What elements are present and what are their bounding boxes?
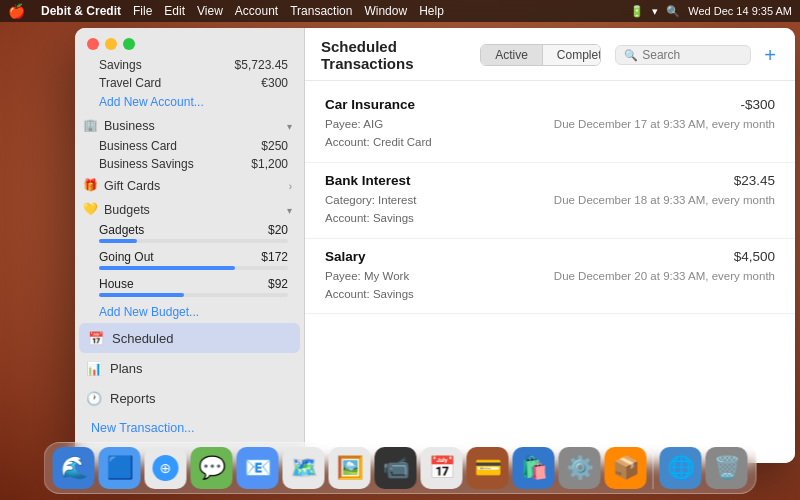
transaction-payee: Payee: AIG — [325, 115, 432, 133]
battery-icon: 🔋 — [630, 5, 644, 18]
transaction-account: Account: Savings — [325, 285, 414, 303]
transaction-due: Due December 17 at 9:33 AM, every month — [554, 118, 775, 130]
new-transaction-link[interactable]: New Transaction... — [91, 421, 195, 435]
dock-system-prefs[interactable]: ⚙️ — [559, 447, 601, 489]
menu-window[interactable]: Window — [364, 4, 407, 18]
account-name: Business Card — [99, 139, 261, 153]
dock-messages[interactable]: 💬 — [191, 447, 233, 489]
gift-cards-group-header[interactable]: 🎁 Gift Cards › — [75, 173, 304, 197]
budget-name: House — [99, 277, 134, 291]
business-group-header[interactable]: 🏢 Business ▾ — [75, 113, 304, 137]
tab-group: Active Completed — [480, 44, 601, 66]
transactions-list: Car Insurance -$300 Payee: AIG Account: … — [305, 81, 795, 463]
transaction-account: Account: Credit Card — [325, 133, 432, 151]
nav-label: Scheduled — [112, 331, 173, 346]
transaction-amount: $4,500 — [734, 249, 775, 264]
transaction-name: Bank Interest — [325, 173, 411, 188]
datetime-display: Wed Dec 14 9:35 AM — [688, 5, 792, 17]
budget-bar-fill — [99, 239, 137, 243]
account-name: Travel Card — [99, 76, 261, 90]
table-row[interactable]: Salary $4,500 Payee: My Work Account: Sa… — [305, 239, 795, 315]
list-item[interactable]: Travel Card €300 — [75, 74, 304, 92]
transaction-name: Salary — [325, 249, 366, 264]
tab-active[interactable]: Active — [481, 45, 543, 65]
transaction-payee: Category: Interest — [325, 191, 416, 209]
sidebar: Savings $5,723.45 Travel Card €300 Add N… — [75, 28, 305, 463]
budget-name: Going Out — [99, 250, 154, 264]
budget-gadgets[interactable]: Gadgets $20 — [75, 221, 304, 248]
transaction-name: Car Insurance — [325, 97, 415, 112]
chevron-right-icon: › — [289, 181, 292, 192]
search-box: 🔍 — [615, 45, 751, 65]
dock-app-store[interactable]: 🛍️ — [513, 447, 555, 489]
reports-icon: 🕐 — [85, 389, 103, 407]
dock-facetime[interactable]: 📹 — [375, 447, 417, 489]
budget-bar-bg — [99, 293, 288, 297]
dock-photos[interactable]: 🖼️ — [329, 447, 371, 489]
dock-calendar[interactable]: 📅 — [421, 447, 463, 489]
budgets-group-header[interactable]: 💛 Budgets ▾ — [75, 197, 304, 221]
menu-edit[interactable]: Edit — [164, 4, 185, 18]
menu-account[interactable]: Account — [235, 4, 278, 18]
nav-label: Plans — [110, 361, 143, 376]
transaction-amount: -$300 — [740, 97, 775, 112]
main-header: Scheduled Transactions Active Completed … — [305, 28, 795, 81]
transaction-due: Due December 18 at 9:33 AM, every month — [554, 194, 775, 206]
transaction-amount: $23.45 — [734, 173, 775, 188]
add-account-link[interactable]: Add New Account... — [75, 92, 304, 113]
budget-house[interactable]: House $92 — [75, 275, 304, 302]
dock-maps[interactable]: 🗺️ — [283, 447, 325, 489]
search-input[interactable] — [642, 48, 742, 62]
transaction-account: Account: Savings — [325, 209, 416, 227]
app-menu-name[interactable]: Debit & Credit — [41, 4, 121, 18]
minimize-button[interactable] — [105, 38, 117, 50]
search-menubar-icon[interactable]: 🔍 — [666, 5, 680, 18]
list-item[interactable]: Savings $5,723.45 — [75, 56, 304, 74]
menu-view[interactable]: View — [197, 4, 223, 18]
apple-menu[interactable]: 🍎 — [8, 3, 25, 19]
nav-label: Reports — [110, 391, 156, 406]
budget-amount: $172 — [261, 250, 288, 264]
table-row[interactable]: Car Insurance -$300 Payee: AIG Account: … — [305, 87, 795, 163]
maximize-button[interactable] — [123, 38, 135, 50]
dock-debit-credit[interactable]: 💳 — [467, 447, 509, 489]
budget-name: Gadgets — [99, 223, 144, 237]
menu-transaction[interactable]: Transaction — [290, 4, 352, 18]
business-label: Business — [104, 119, 155, 133]
gift-cards-icon: 🎁 — [83, 178, 99, 194]
chevron-down-icon: ▾ — [287, 121, 292, 132]
search-icon: 🔍 — [624, 49, 638, 62]
dock-mail[interactable]: 📧 — [237, 447, 279, 489]
sidebar-item-plans[interactable]: 📊 Plans — [75, 353, 304, 383]
menu-help[interactable]: Help — [419, 4, 444, 18]
budget-bar-bg — [99, 239, 288, 243]
page-title: Scheduled Transactions — [321, 38, 460, 72]
business-icon: 🏢 — [83, 118, 99, 134]
add-budget-link[interactable]: Add New Budget... — [75, 302, 304, 323]
menu-file[interactable]: File — [133, 4, 152, 18]
budget-going-out[interactable]: Going Out $172 — [75, 248, 304, 275]
budgets-icon: 💛 — [83, 202, 99, 218]
sidebar-item-scheduled[interactable]: 📅 Scheduled — [79, 323, 300, 353]
dock-launchpad[interactable]: 🟦 — [99, 447, 141, 489]
account-amount: $1,200 — [251, 157, 288, 171]
dock-safari[interactable]: ⊕ — [145, 447, 187, 489]
add-transaction-button[interactable]: + — [761, 44, 779, 66]
dock-downloads[interactable]: 🌐 — [660, 447, 702, 489]
sidebar-item-reports[interactable]: 🕐 Reports — [75, 383, 304, 413]
list-item[interactable]: Business Card $250 — [75, 137, 304, 155]
list-item[interactable]: Business Savings $1,200 — [75, 155, 304, 173]
dock-trash[interactable]: 🗑️ — [706, 447, 748, 489]
dock: 🌊 🟦 ⊕ 💬 📧 🗺️ 🖼️ 📹 📅 💳 🛍️ ⚙️ 📦 🌐 🗑️ — [44, 442, 757, 494]
table-row[interactable]: Bank Interest $23.45 Category: Interest … — [305, 163, 795, 239]
app-window: Savings $5,723.45 Travel Card €300 Add N… — [75, 28, 795, 463]
tab-completed[interactable]: Completed — [543, 45, 601, 65]
dock-box[interactable]: 📦 — [605, 447, 647, 489]
menubar: 🍎 Debit & Credit File Edit View Account … — [0, 0, 800, 22]
budget-bar-bg — [99, 266, 288, 270]
account-amount: $250 — [261, 139, 288, 153]
dock-finder[interactable]: 🌊 — [53, 447, 95, 489]
close-button[interactable] — [87, 38, 99, 50]
main-panel: Scheduled Transactions Active Completed … — [305, 28, 795, 463]
chevron-down-icon: ▾ — [287, 205, 292, 216]
